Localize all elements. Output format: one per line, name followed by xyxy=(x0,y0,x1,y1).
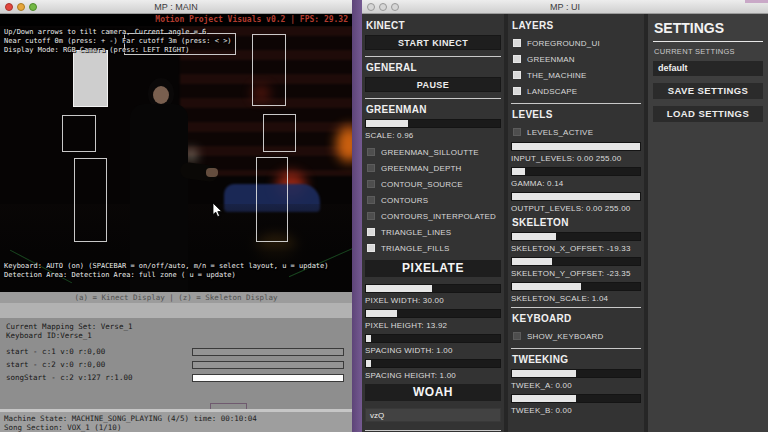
checkbox-row-triangle_fills[interactable]: TRIANGLE_FILLS xyxy=(365,240,501,256)
slider-block: PIXEL HEIGHT: 13.92 xyxy=(365,309,501,330)
checkbox-icon[interactable] xyxy=(367,212,375,220)
minimize-icon[interactable] xyxy=(379,3,387,11)
keyboard-id-label: Keyboard ID:Verse_1 xyxy=(6,331,346,340)
checkbox-icon[interactable] xyxy=(367,180,375,188)
checkbox-row-contours_interpolated[interactable]: CONTOURS_INTERPOLATED xyxy=(365,208,501,224)
kinect-header: KINECT xyxy=(366,20,501,31)
slider-fill xyxy=(512,233,556,240)
panel-gap xyxy=(0,303,352,318)
slider-block: INPUT_LEVELS: 0.00 255.00 xyxy=(511,142,641,163)
woah-text-field[interactable]: vzQ xyxy=(365,408,501,422)
slider-fill xyxy=(512,258,552,265)
levels-sliders: INPUT_LEVELS: 0.00 255.00GAMMA: 0.14OUTP… xyxy=(511,142,641,213)
checkbox-icon[interactable] xyxy=(367,148,375,156)
divider xyxy=(365,56,501,57)
detection-zone-rect xyxy=(252,34,286,106)
slider-track[interactable] xyxy=(511,394,641,403)
slider-label: PIXEL HEIGHT: 13.92 xyxy=(365,321,501,330)
preset-name-field[interactable]: default xyxy=(653,61,763,76)
mapping-row-meter xyxy=(192,348,344,356)
checkbox-icon[interactable] xyxy=(367,164,375,172)
checkbox-icon[interactable] xyxy=(513,39,521,47)
checkbox-icon[interactable] xyxy=(513,55,521,63)
slider-track[interactable] xyxy=(365,119,501,128)
save-settings-button[interactable]: SAVE SETTINGS xyxy=(653,83,763,99)
slider-track[interactable] xyxy=(511,167,641,176)
mapping-row: start - c:1 v:0 r:0,00 xyxy=(6,345,346,358)
pixelate-header[interactable]: PIXELATE xyxy=(365,260,501,277)
checkbox-row-levels_active[interactable]: LEVELS_ACTIVE xyxy=(511,124,641,140)
mapping-panel: Current Mapping Set: Verse_1 Keyboard ID… xyxy=(0,318,352,409)
slider-track[interactable] xyxy=(511,369,641,378)
fps-status-bar: Motion Project Visuals v0.2 | FPS: 29.32 xyxy=(0,14,352,26)
checkbox-row-contours[interactable]: CONTOURS xyxy=(365,192,501,208)
slider-track[interactable] xyxy=(365,359,501,368)
checkbox-label: TRIANGLE_LINES xyxy=(381,228,451,237)
display-mode-bar: (a) = Kinect Display | (z) = Skeleton Di… xyxy=(0,292,352,303)
slider-fill xyxy=(366,310,397,317)
keyboard-header: KEYBOARD xyxy=(512,313,641,324)
checkbox-icon[interactable] xyxy=(367,244,375,252)
slider-track[interactable] xyxy=(511,232,641,241)
checkbox-icon[interactable] xyxy=(513,128,521,136)
tweeking-header: TWEEKING xyxy=(512,354,641,365)
checkbox-row-contour_source[interactable]: CONTOUR_SOURCE xyxy=(365,176,501,192)
main-titlebar[interactable]: MP : MAIN xyxy=(0,0,352,14)
checkbox-label: LEVELS_ACTIVE xyxy=(527,128,593,137)
slider-label: SKELETON_SCALE: 1.04 xyxy=(511,294,641,303)
mapping-row-label: songStart - c:2 v:127 r:1.00 xyxy=(6,373,192,382)
zoom-icon[interactable] xyxy=(29,3,37,11)
slider-track[interactable] xyxy=(511,142,641,151)
checkbox-row-triangle_lines[interactable]: TRIANGLE_LINES xyxy=(365,224,501,240)
current-settings-label: CURRENT SETTINGS xyxy=(654,47,763,56)
checkbox-row-the_machine[interactable]: THE_MACHINE xyxy=(511,67,641,83)
load-settings-button[interactable]: LOAD SETTINGS xyxy=(653,106,763,122)
mapping-row-label: start - c:1 v:0 r:0,00 xyxy=(6,347,192,356)
checkbox-icon[interactable] xyxy=(513,71,521,79)
main-window-title: MP : MAIN xyxy=(0,0,352,14)
slider-label: TWEEK_A: 0.00 xyxy=(511,381,641,390)
checkbox-row-greenman_silloutte[interactable]: GREENMAN_SILLOUTTE xyxy=(365,144,501,160)
slider-track[interactable] xyxy=(365,309,501,318)
checkbox-row-greenman_depth[interactable]: GREENMAN_DEPTH xyxy=(365,160,501,176)
checkbox-row-foreground_ui[interactable]: FOREGROUND_UI xyxy=(511,35,641,51)
checkbox-icon[interactable] xyxy=(513,332,521,340)
performer-face xyxy=(153,86,169,104)
slider-track[interactable] xyxy=(511,282,641,291)
woah-header[interactable]: WOAH xyxy=(365,384,501,401)
checkbox-icon[interactable] xyxy=(513,87,521,95)
slider-block: SKELETON_Y_OFFSET: -23.35 xyxy=(511,257,641,278)
checkbox-row-greenman[interactable]: GREENMAN xyxy=(511,51,641,67)
checkbox-label: SHOW_KEYBOARD xyxy=(527,332,603,341)
checkbox-label: FOREGROUND_UI xyxy=(527,39,600,48)
minimize-icon[interactable] xyxy=(17,3,25,11)
slider-label: SKELETON_Y_OFFSET: -23.35 xyxy=(511,269,641,278)
close-icon[interactable] xyxy=(367,3,375,11)
tweeking-sliders: TWEEK_A: 0.00TWEEK_B: 0.00 xyxy=(511,369,641,415)
divider xyxy=(511,103,641,104)
pause-button[interactable]: PAUSE xyxy=(365,77,501,92)
slider-fill xyxy=(366,285,432,292)
skeleton-sliders: SKELETON_X_OFFSET: -19.33SKELETON_Y_OFFS… xyxy=(511,232,641,303)
slider-track[interactable] xyxy=(511,257,641,266)
checkbox-row-landscape[interactable]: LANDSCAPE xyxy=(511,83,641,99)
checkbox-label: GREENMAN_SILLOUTTE xyxy=(381,148,479,157)
slider-block: SKELETON_X_OFFSET: -19.33 xyxy=(511,232,641,253)
close-icon[interactable] xyxy=(5,3,13,11)
slider-track[interactable] xyxy=(365,334,501,343)
slider-track[interactable] xyxy=(365,284,501,293)
start-kinect-button[interactable]: START KINECT xyxy=(365,35,501,50)
slider-label: PIXEL WIDTH: 30.00 xyxy=(365,296,501,305)
checkbox-icon[interactable] xyxy=(367,196,375,204)
zoom-icon[interactable] xyxy=(391,3,399,11)
ui-titlebar[interactable]: MP : UI xyxy=(362,0,768,14)
checkbox-icon[interactable] xyxy=(367,228,375,236)
slider-track[interactable] xyxy=(511,192,641,201)
slider-label: SCALE: 0.96 xyxy=(365,131,501,140)
checkbox-row-show_keyboard[interactable]: SHOW_KEYBOARD xyxy=(511,328,641,344)
ui-window-controls xyxy=(367,3,399,11)
levels-checkboxes: LEVELS_ACTIVE xyxy=(511,124,641,140)
slider-fill xyxy=(512,395,576,402)
main-window: MP : MAIN Motion Project Visuals v0.2 | … xyxy=(0,0,352,432)
slider-block: GAMMA: 0.14 xyxy=(511,167,641,188)
